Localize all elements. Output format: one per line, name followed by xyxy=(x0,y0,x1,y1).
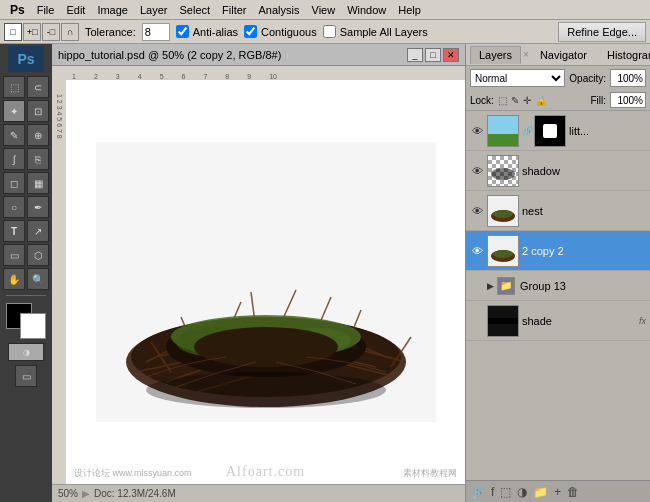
tolerance-input[interactable] xyxy=(142,23,170,41)
opacity-input[interactable] xyxy=(610,69,646,87)
screen-mode-btn[interactable]: ▭ xyxy=(15,365,37,387)
svg-point-25 xyxy=(146,372,386,408)
tool-3d[interactable]: ⬡ xyxy=(27,244,49,266)
layer-vis-shadow[interactable]: 👁 xyxy=(470,164,484,178)
canvas-title: hippo_tutorial.psd @ 50% (2 copy 2, RGB/… xyxy=(58,49,281,61)
tab-layers[interactable]: Layers xyxy=(470,46,521,64)
menu-edit[interactable]: Edit xyxy=(60,3,91,17)
ruler-vertical: 1 2 3 4 5 6 7 8 xyxy=(52,80,66,484)
tool-eraser[interactable]: ◻ xyxy=(3,172,25,194)
menu-window[interactable]: Window xyxy=(341,3,392,17)
antialias-label[interactable]: Anti-alias xyxy=(176,25,238,38)
menu-help[interactable]: Help xyxy=(392,3,427,17)
shape-subtract[interactable]: -□ xyxy=(42,23,60,41)
layer-vis-litt[interactable]: 👁 xyxy=(470,124,484,138)
tool-path[interactable]: ↗ xyxy=(27,220,49,242)
tab-navigator[interactable]: Navigator xyxy=(531,46,596,64)
menu-ps[interactable]: Ps xyxy=(4,2,31,18)
color-block xyxy=(6,303,46,339)
lock-pixels-icon[interactable]: ✎ xyxy=(511,95,519,106)
new-adjustment-icon[interactable]: ◑ xyxy=(517,485,527,499)
new-group-icon[interactable]: 📁 xyxy=(533,485,548,499)
tool-zoom[interactable]: 🔍 xyxy=(27,268,49,290)
tool-pen[interactable]: ✒ xyxy=(27,196,49,218)
site-left: 设计论坛 www.missyuan.com xyxy=(74,467,192,480)
layer-thumb-shadow xyxy=(487,155,519,187)
menu-analysis[interactable]: Analysis xyxy=(253,3,306,17)
quick-mask-btn[interactable]: ◑ xyxy=(8,343,44,361)
shape-add[interactable]: +□ xyxy=(23,23,41,41)
sample-check[interactable] xyxy=(323,25,336,38)
lock-position-icon[interactable]: ✛ xyxy=(523,95,531,106)
layer-name-litt: litt... xyxy=(569,125,646,137)
link-layers-icon[interactable]: 🔗 xyxy=(470,485,485,499)
sample-label[interactable]: Sample All Layers xyxy=(323,25,428,38)
layer-item-shade[interactable]: shade fx xyxy=(466,301,650,341)
menu-select[interactable]: Select xyxy=(174,3,217,17)
tool-shape[interactable]: ▭ xyxy=(3,244,25,266)
tool-dodge[interactable]: ○ xyxy=(3,196,25,218)
antialias-check[interactable] xyxy=(176,25,189,38)
layer-thumb-litt xyxy=(487,115,519,147)
tab-histogram[interactable]: Histogram xyxy=(598,46,650,64)
group-folder-icon: 📁 xyxy=(497,277,515,295)
shape-selector: □ +□ -□ ∩ xyxy=(4,23,79,41)
menu-file[interactable]: File xyxy=(31,3,61,17)
tool-hand[interactable]: ✋ xyxy=(3,268,25,290)
title-buttons: _ □ ✕ xyxy=(407,48,459,62)
panel-tabs: Layers × Navigator Histogram xyxy=(466,44,650,66)
blend-mode-select[interactable]: Normal xyxy=(470,69,565,87)
tool-crop[interactable]: ⊡ xyxy=(27,100,49,122)
tool-clone[interactable]: ⎘ xyxy=(27,148,49,170)
shape-intersect[interactable]: ∩ xyxy=(61,23,79,41)
shape-new[interactable]: □ xyxy=(4,23,22,41)
tool-gradient[interactable]: ▦ xyxy=(27,172,49,194)
tool-healing[interactable]: ⊕ xyxy=(27,124,49,146)
layer-vis-2copy2[interactable]: 👁 xyxy=(470,244,484,258)
new-layer-icon[interactable]: + xyxy=(554,485,561,499)
tool-magic-wand[interactable]: ✦ xyxy=(3,100,25,122)
group-arrow-icon[interactable]: ▶ xyxy=(487,281,494,291)
layer-name-shadow: shadow xyxy=(522,165,646,177)
tool-text[interactable]: T xyxy=(3,220,25,242)
layer-item-2copy2[interactable]: 👁 2 copy 2 xyxy=(466,231,650,271)
fill-label: Fill: xyxy=(590,95,606,106)
tool-row-2: ✦ ⊡ xyxy=(3,100,49,122)
canvas-content[interactable]: Alfoart.com 设计论坛 www.missyuan.com 素材料教程网 xyxy=(66,80,465,484)
layer-item-nest[interactable]: 👁 nest xyxy=(466,191,650,231)
layer-item-group13[interactable]: ▶ 📁 Group 13 xyxy=(466,271,650,301)
maximize-button[interactable]: □ xyxy=(425,48,441,62)
contiguous-check[interactable] xyxy=(244,25,257,38)
canvas-wrapper: 1 2 3 4 5 6 7 8 xyxy=(52,80,465,484)
refine-edge-button[interactable]: Refine Edge... xyxy=(558,22,646,42)
canvas-inner xyxy=(66,80,465,484)
menu-layer[interactable]: Layer xyxy=(134,3,174,17)
svg-rect-28 xyxy=(488,116,518,134)
tool-selection[interactable]: ⬚ xyxy=(3,76,25,98)
layer-vis-nest[interactable]: 👁 xyxy=(470,204,484,218)
fill-input[interactable] xyxy=(610,92,646,108)
lock-all-icon[interactable]: 🔒 xyxy=(535,95,547,106)
tool-lasso[interactable]: ⊂ xyxy=(27,76,49,98)
lock-transparency-icon[interactable]: ⬚ xyxy=(498,95,507,106)
layer-vis-group13[interactable] xyxy=(470,279,484,293)
tool-eyedropper[interactable]: ✎ xyxy=(3,124,25,146)
minimize-button[interactable]: _ xyxy=(407,48,423,62)
canvas-bottom-bar: 50% ▶ Doc: 12.3M/24.6M xyxy=(52,484,465,502)
layer-vis-shade[interactable] xyxy=(470,314,484,328)
layer-item-litt[interactable]: 👁 🔗 litt... xyxy=(466,111,650,151)
menu-filter[interactable]: Filter xyxy=(216,3,252,17)
background-color[interactable] xyxy=(20,313,46,339)
menu-image[interactable]: Image xyxy=(91,3,134,17)
layer-item-shadow[interactable]: 👁 shadow xyxy=(466,151,650,191)
add-mask-icon[interactable]: ⬚ xyxy=(500,485,511,499)
layers-list: 👁 🔗 litt... 👁 shadow 👁 xyxy=(466,111,650,480)
menu-view[interactable]: View xyxy=(306,3,342,17)
add-style-icon[interactable]: f xyxy=(491,485,494,499)
delete-layer-icon[interactable]: 🗑 xyxy=(567,485,579,499)
contiguous-label[interactable]: Contiguous xyxy=(244,25,317,38)
close-button[interactable]: ✕ xyxy=(443,48,459,62)
right-panel: Layers × Navigator Histogram Normal Opac… xyxy=(465,44,650,502)
tool-separator xyxy=(6,295,46,296)
tool-brush[interactable]: ∫ xyxy=(3,148,25,170)
